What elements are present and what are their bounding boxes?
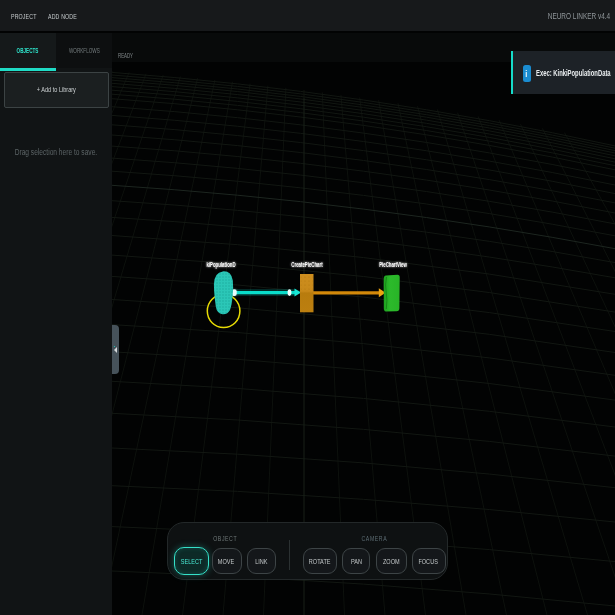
svg-text:PieChartView: PieChartView — [379, 261, 407, 268]
svg-text:kiPopulationD: kiPopulationD — [206, 261, 235, 268]
svg-text:CreatePieChart: CreatePieChart — [291, 261, 322, 268]
